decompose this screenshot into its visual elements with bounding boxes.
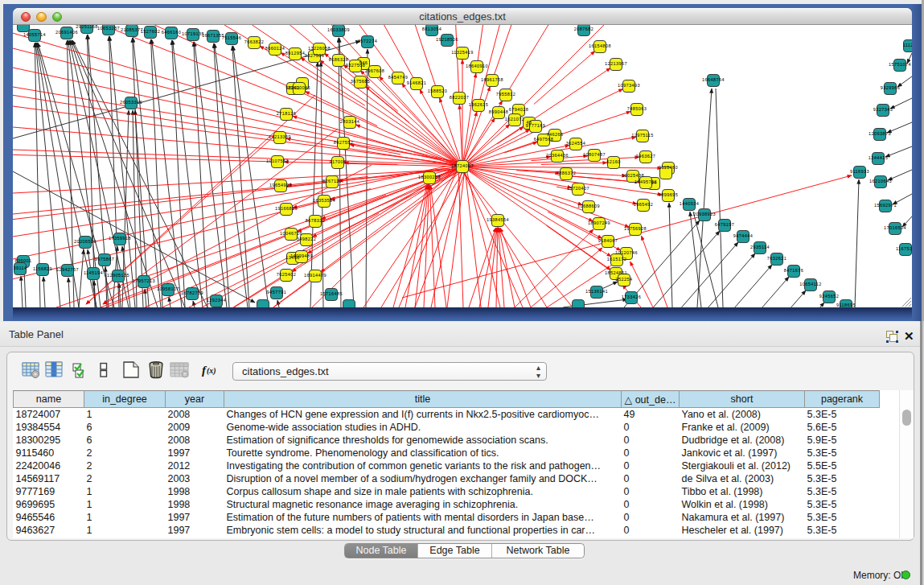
svg-text:15716485: 15716485 bbox=[320, 291, 343, 296]
svg-text:19384554: 19384554 bbox=[487, 217, 509, 222]
svg-text:8454749: 8454749 bbox=[388, 75, 409, 80]
svg-text:1167533: 1167533 bbox=[896, 246, 912, 251]
svg-text:8660124: 8660124 bbox=[265, 46, 285, 51]
svg-text:8186328: 8186328 bbox=[329, 57, 349, 62]
svg-text:12093873: 12093873 bbox=[869, 131, 891, 136]
svg-text:16648764: 16648764 bbox=[702, 77, 725, 82]
svg-text:15751074: 15751074 bbox=[889, 62, 911, 67]
svg-text:10807487: 10807487 bbox=[583, 152, 606, 157]
svg-text:9118695: 9118695 bbox=[836, 303, 856, 307]
svg-text:10046726: 10046726 bbox=[280, 231, 302, 236]
svg-text:20938923: 20938923 bbox=[693, 212, 716, 216]
svg-text:2935114: 2935114 bbox=[750, 245, 770, 249]
svg-text:39114: 39114 bbox=[13, 266, 27, 270]
svg-text:9327506: 9327506 bbox=[305, 53, 325, 58]
svg-text:16033809: 16033809 bbox=[327, 27, 350, 32]
svg-text:1440934: 1440934 bbox=[680, 201, 700, 206]
svg-text:62160: 62160 bbox=[606, 159, 621, 164]
svg-text:16782759: 16782759 bbox=[181, 290, 203, 295]
svg-text:8471676: 8471676 bbox=[784, 268, 804, 273]
svg-text:11121: 11121 bbox=[903, 43, 912, 47]
svg-text:8813054: 8813054 bbox=[422, 27, 442, 31]
svg-text:(x): (x) bbox=[207, 366, 216, 376]
svg-text:9777169: 9777169 bbox=[526, 123, 546, 128]
svg-text:12975115: 12975115 bbox=[631, 133, 654, 138]
svg-text:7663822: 7663822 bbox=[244, 39, 265, 44]
svg-text:18907249: 18907249 bbox=[588, 220, 610, 225]
svg-text:20691406: 20691406 bbox=[55, 30, 78, 35]
svg-text:835001: 835001 bbox=[14, 258, 31, 263]
svg-text:417004: 417004 bbox=[329, 159, 346, 164]
svg-text:19218506: 19218506 bbox=[436, 37, 458, 42]
svg-text:16914479: 16914479 bbox=[304, 273, 326, 278]
svg-text:19166829: 19166829 bbox=[275, 206, 298, 211]
svg-text:9116933: 9116933 bbox=[850, 169, 869, 174]
svg-text:15692971: 15692971 bbox=[874, 203, 897, 208]
svg-text:1145194: 1145194 bbox=[84, 270, 103, 275]
svg-text:9146821: 9146821 bbox=[407, 80, 427, 85]
svg-text:2967608: 2967608 bbox=[365, 68, 385, 73]
svg-text:7886372: 7886372 bbox=[556, 171, 577, 175]
svg-text:9245652: 9245652 bbox=[819, 294, 840, 299]
svg-text:16961758: 16961758 bbox=[481, 77, 503, 82]
svg-text:1621072: 1621072 bbox=[505, 117, 525, 122]
svg-text:22420046: 22420046 bbox=[288, 85, 310, 90]
svg-text:10958107: 10958107 bbox=[157, 286, 179, 291]
svg-text:3624554: 3624554 bbox=[566, 141, 586, 146]
svg-text:252254: 252254 bbox=[615, 277, 632, 282]
svg-text:8427552: 8427552 bbox=[334, 140, 354, 145]
svg-text:12213369: 12213369 bbox=[269, 134, 291, 139]
svg-text:7625402: 7625402 bbox=[277, 272, 297, 277]
svg-text:9327508: 9327508 bbox=[346, 63, 366, 68]
svg-text:9899695: 9899695 bbox=[659, 192, 679, 197]
svg-text:17016504: 17016504 bbox=[884, 225, 906, 230]
svg-text:2803144: 2803144 bbox=[340, 119, 360, 124]
svg-text:9463627: 9463627 bbox=[636, 154, 656, 159]
svg-text:15720407: 15720407 bbox=[567, 186, 589, 191]
svg-text:9457791: 9457791 bbox=[267, 290, 287, 295]
svg-text:17957213: 17957213 bbox=[133, 278, 155, 283]
svg-text:13226058: 13226058 bbox=[308, 46, 331, 51]
svg-text:1244415: 1244415 bbox=[869, 155, 889, 160]
svg-text:10719135: 10719135 bbox=[182, 31, 204, 36]
svg-text:16353594: 16353594 bbox=[313, 198, 335, 203]
svg-text:14055714: 14055714 bbox=[23, 32, 46, 37]
svg-text:18724007: 18724007 bbox=[451, 163, 474, 168]
svg-text:7515546: 7515546 bbox=[222, 35, 242, 40]
svg-text:16495796: 16495796 bbox=[634, 179, 657, 184]
svg-text:1733426: 1733426 bbox=[622, 295, 642, 299]
svg-text:3675685: 3675685 bbox=[351, 79, 371, 84]
svg-text:10653287: 10653287 bbox=[97, 26, 120, 31]
svg-text:7485063: 7485063 bbox=[627, 106, 647, 111]
svg-text:8990448: 8990448 bbox=[489, 109, 509, 114]
svg-text:9184067: 9184067 bbox=[598, 238, 618, 243]
svg-text:9474444: 9474444 bbox=[733, 233, 754, 238]
svg-text:10120746: 10120746 bbox=[615, 250, 638, 255]
svg-text:16154808: 16154808 bbox=[589, 43, 611, 48]
svg-text:20364436: 20364436 bbox=[546, 153, 569, 158]
svg-text:18640910: 18640910 bbox=[466, 64, 488, 68]
svg-text:26053346: 26053346 bbox=[120, 100, 142, 105]
svg-text:19756928: 19756928 bbox=[624, 226, 647, 231]
svg-text:1527602: 1527602 bbox=[141, 29, 161, 34]
svg-text:1588520: 1588520 bbox=[428, 89, 448, 93]
svg-text:8822037: 8822037 bbox=[450, 95, 470, 100]
svg-text:6479197: 6479197 bbox=[715, 222, 735, 227]
svg-text:9975867: 9975867 bbox=[95, 257, 115, 262]
svg-text:2087682: 2087682 bbox=[574, 27, 594, 31]
svg-text:6497568: 6497568 bbox=[534, 137, 554, 142]
svg-text:18300295: 18300295 bbox=[418, 175, 441, 179]
svg-text:7955812: 7955812 bbox=[496, 92, 516, 97]
svg-text:10973493: 10973493 bbox=[618, 83, 640, 88]
svg-text:1965492: 1965492 bbox=[634, 202, 654, 207]
svg-text:8678332: 8678332 bbox=[306, 218, 326, 223]
svg-text:1156829: 1156829 bbox=[33, 266, 52, 271]
svg-text:9115460: 9115460 bbox=[659, 165, 678, 170]
svg-text:11325419: 11325419 bbox=[451, 50, 474, 55]
svg-text:12942757: 12942757 bbox=[56, 267, 79, 272]
svg-text:16210643: 16210643 bbox=[869, 179, 892, 183]
svg-text:9227343: 9227343 bbox=[873, 107, 893, 112]
svg-text:19654923: 19654923 bbox=[269, 183, 292, 187]
svg-text:1615172: 1615172 bbox=[607, 257, 627, 262]
svg-text:6466160: 6466160 bbox=[162, 30, 182, 35]
